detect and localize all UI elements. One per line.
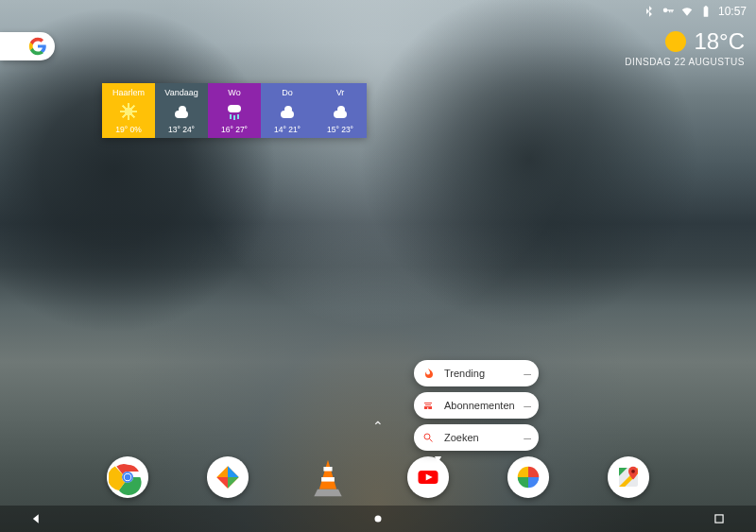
svg-marker-11 bbox=[319, 460, 336, 489]
vlc-icon bbox=[307, 455, 349, 499]
wallpaper bbox=[0, 0, 756, 532]
svg-marker-8 bbox=[228, 466, 239, 477]
status-bar: 10:57 bbox=[633, 0, 756, 23]
nav-recent-button[interactable] bbox=[711, 510, 728, 527]
app-shortcut-menu: Trending–Abonnementen–Zoeken– bbox=[414, 360, 539, 451]
key-icon bbox=[662, 5, 675, 18]
forecast-temps: 14° 21° bbox=[274, 125, 301, 134]
svg-point-21 bbox=[375, 516, 382, 523]
svg-point-6 bbox=[125, 474, 131, 481]
forecast-label: Do bbox=[282, 88, 293, 97]
svg-marker-10 bbox=[216, 477, 228, 489]
shortcut-label: Abonnementen bbox=[444, 400, 524, 411]
dock-app-files[interactable] bbox=[207, 456, 249, 498]
forecast-day-3[interactable]: Do14° 21° bbox=[261, 83, 314, 138]
svg-marker-9 bbox=[228, 477, 239, 489]
forecast-label: Vr bbox=[336, 88, 345, 97]
dock-app-maps[interactable] bbox=[608, 456, 649, 498]
shortcut-item-abonnementen[interactable]: Abonnementen– bbox=[414, 392, 539, 419]
weather-widget[interactable]: 18°C DINSDAG 22 AUGUSTUS bbox=[625, 28, 745, 67]
svg-point-1 bbox=[424, 434, 430, 439]
shortcut-label: Trending bbox=[444, 368, 524, 379]
forecast-weather-icon bbox=[279, 103, 296, 120]
chrome-icon bbox=[109, 458, 146, 496]
forecast-temps: 16° 27° bbox=[221, 125, 248, 134]
forecast-widget[interactable]: Haarlem19° 0%Vandaag13° 24°Wo16° 27°Do14… bbox=[102, 83, 367, 138]
app-drawer-handle-icon[interactable]: ⌃ bbox=[372, 419, 384, 434]
forecast-label: Wo bbox=[228, 88, 240, 97]
dock-app-chrome[interactable] bbox=[107, 456, 148, 498]
maps-icon bbox=[614, 463, 643, 491]
youtube-icon bbox=[415, 464, 441, 490]
forecast-label: Haarlem bbox=[112, 88, 145, 97]
nav-home-button[interactable] bbox=[369, 510, 387, 527]
shortcut-label: Zoeken bbox=[444, 432, 524, 443]
forecast-temps: 19° 0% bbox=[115, 125, 142, 134]
svg-rect-22 bbox=[715, 515, 723, 523]
shortcut-pin-icon[interactable]: – bbox=[524, 399, 531, 412]
svg-marker-14 bbox=[314, 489, 341, 496]
shortcut-item-zoeken[interactable]: Zoeken– bbox=[414, 424, 539, 451]
google-search-pill[interactable] bbox=[0, 32, 55, 60]
dock-app-vlc[interactable] bbox=[307, 456, 349, 498]
fire-icon bbox=[420, 365, 437, 382]
forecast-weather-icon bbox=[226, 103, 243, 120]
wifi-icon bbox=[680, 5, 694, 18]
svg-line-2 bbox=[430, 439, 433, 442]
weather-temp: 18°C bbox=[694, 28, 745, 55]
files-icon bbox=[215, 464, 241, 490]
dock bbox=[0, 456, 756, 498]
shortcut-pin-icon[interactable]: – bbox=[524, 367, 531, 380]
svg-rect-12 bbox=[323, 467, 332, 472]
forecast-label: Vandaag bbox=[164, 88, 198, 97]
forecast-day-2[interactable]: Wo16° 27° bbox=[208, 83, 261, 138]
weather-date: DINSDAG 22 AUGUSTUS bbox=[625, 57, 745, 67]
forecast-day-1[interactable]: Vandaag13° 24° bbox=[155, 83, 208, 138]
shortcut-item-trending[interactable]: Trending– bbox=[414, 360, 539, 386]
dock-app-youtube[interactable] bbox=[407, 456, 449, 498]
forecast-temps: 13° 24° bbox=[168, 125, 195, 134]
navigation-bar bbox=[0, 506, 756, 532]
shortcut-menu-arrow-icon: ▾ bbox=[435, 451, 441, 466]
search-icon bbox=[420, 429, 437, 446]
weather-sun-icon bbox=[665, 31, 686, 52]
forecast-day-4[interactable]: Vr15° 23° bbox=[314, 83, 367, 138]
forecast-weather-icon bbox=[120, 103, 137, 120]
bluetooth-icon bbox=[643, 5, 656, 18]
svg-point-20 bbox=[631, 470, 635, 473]
google-logo-icon bbox=[28, 37, 47, 56]
svg-rect-13 bbox=[321, 477, 335, 482]
status-time: 10:57 bbox=[718, 5, 747, 18]
battery-icon bbox=[699, 5, 713, 18]
forecast-temps: 15° 23° bbox=[327, 125, 353, 134]
nav-back-button[interactable] bbox=[28, 510, 45, 527]
sub-icon bbox=[420, 397, 437, 414]
forecast-weather-icon bbox=[332, 103, 349, 120]
forecast-weather-icon bbox=[173, 103, 190, 120]
photos-icon bbox=[514, 463, 542, 491]
dock-app-photos[interactable] bbox=[507, 456, 549, 498]
forecast-day-0[interactable]: Haarlem19° 0% bbox=[102, 83, 155, 138]
shortcut-pin-icon[interactable]: – bbox=[524, 431, 531, 444]
